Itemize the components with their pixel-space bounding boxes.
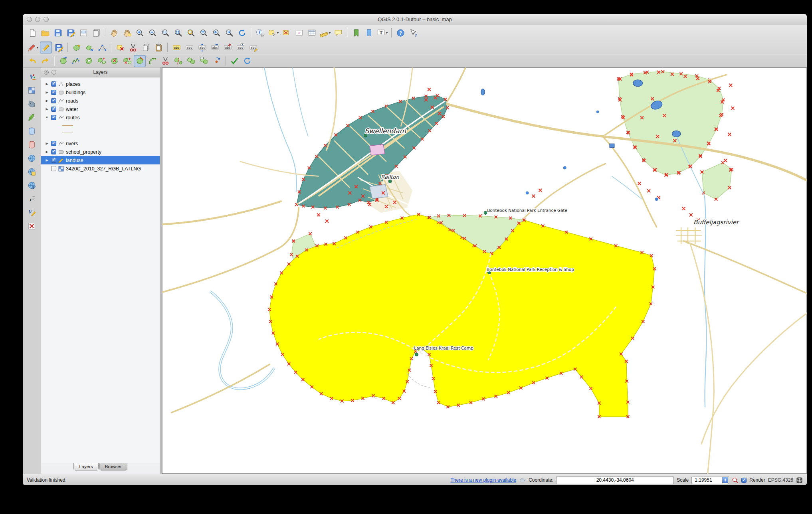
- add-oracle-layer-button[interactable]: [26, 138, 38, 150]
- refresh-button[interactable]: [236, 27, 248, 39]
- panel-close-button[interactable]: ✕: [44, 70, 49, 75]
- label-properties-button[interactable]: [183, 42, 195, 53]
- render-checkbox[interactable]: [741, 478, 747, 483]
- cut-features-button[interactable]: [127, 42, 139, 53]
- reshape-features-button[interactable]: [134, 55, 146, 67]
- plugin-icon[interactable]: [519, 477, 526, 484]
- rotate-label-button[interactable]: [209, 42, 221, 53]
- split-parts-button[interactable]: [172, 55, 184, 67]
- add-wfs-layer-button[interactable]: [26, 179, 38, 191]
- copy-features-button[interactable]: [140, 42, 152, 53]
- new-project-button[interactable]: [26, 27, 38, 39]
- layer-visibility-checkbox[interactable]: [51, 115, 56, 120]
- composer-manager-button[interactable]: [90, 27, 102, 39]
- expand-arrow-icon[interactable]: ▶: [45, 107, 49, 111]
- help-contents-button[interactable]: [394, 27, 406, 39]
- add-part-button[interactable]: [95, 55, 107, 67]
- toggle-editing-button[interactable]: [40, 42, 52, 53]
- add-vector-layer-button[interactable]: [26, 71, 38, 83]
- add-wcs-layer-button[interactable]: [26, 166, 38, 178]
- layer-row-school-property[interactable]: ▶ school_property: [41, 148, 160, 156]
- delete-part-button[interactable]: [121, 55, 133, 67]
- window-close-button[interactable]: [27, 17, 32, 22]
- zoom-to-layer-button[interactable]: [198, 27, 210, 39]
- add-spatialite-layer-button[interactable]: [26, 111, 38, 123]
- deselect-all-button[interactable]: [280, 27, 292, 39]
- labeling-button[interactable]: [170, 42, 182, 53]
- plugin-link[interactable]: There is a new plugin available: [450, 477, 516, 483]
- move-feature-button[interactable]: [83, 42, 95, 53]
- layer-row-raster[interactable]: 3420C_2010_327_RGB_LATLNG: [41, 164, 160, 173]
- add-wms-layer-button[interactable]: [26, 152, 38, 164]
- redo-button[interactable]: [39, 55, 51, 67]
- check-geometries-button[interactable]: [228, 55, 240, 67]
- layer-visibility-checkbox[interactable]: [51, 90, 56, 95]
- save-layer-edits-button[interactable]: [53, 42, 65, 53]
- layer-row-roads[interactable]: ▶ roads: [41, 97, 160, 105]
- merge-features-button[interactable]: [185, 55, 197, 67]
- split-features-button[interactable]: [159, 55, 171, 67]
- save-project-as-button[interactable]: [65, 27, 77, 39]
- open-attribute-table-button[interactable]: [306, 27, 318, 39]
- layer-visibility-checkbox[interactable]: [51, 149, 56, 154]
- offset-curve-button[interactable]: [147, 55, 158, 67]
- layer-visibility-checkbox[interactable]: [51, 141, 56, 146]
- route-symbol-row[interactable]: [41, 128, 160, 135]
- route-symbol-row[interactable]: [41, 122, 160, 128]
- layer-row-places[interactable]: ▶ places: [41, 80, 160, 88]
- save-project-button[interactable]: [52, 27, 64, 39]
- zoom-actual-button[interactable]: [159, 27, 171, 39]
- collapse-arrow-icon[interactable]: ▼: [45, 116, 49, 119]
- delete-ring-button[interactable]: [108, 55, 120, 67]
- move-label-button[interactable]: [196, 42, 208, 53]
- layer-row-buildings[interactable]: ▶ buildings: [41, 88, 160, 97]
- reload-edits-button[interactable]: [241, 55, 253, 67]
- map-canvas[interactable]: Swellendam Railton Bontebok National Par…: [162, 67, 807, 474]
- combo-arrows-icon[interactable]: ▲▼: [722, 477, 728, 483]
- add-feature-button[interactable]: [71, 42, 83, 53]
- expand-arrow-icon[interactable]: ▶: [45, 99, 49, 103]
- remove-layer-button[interactable]: [26, 220, 38, 232]
- rotate-point-symbols-button[interactable]: [210, 55, 222, 67]
- add-delimited-text-layer-button[interactable]: [26, 193, 38, 205]
- landuse-polygon[interactable]: [269, 214, 654, 417]
- layer-visibility-checkbox[interactable]: [51, 98, 56, 103]
- map-tips-button[interactable]: [332, 27, 344, 39]
- show-bookmarks-button[interactable]: [363, 27, 375, 39]
- titlebar[interactable]: QGIS 2.0.1-Dufour – basic_map: [23, 14, 807, 25]
- layer-row-landuse[interactable]: ▶ landuse: [41, 156, 160, 164]
- simplify-feature-button[interactable]: [70, 55, 82, 67]
- zoom-in-button[interactable]: [134, 27, 146, 39]
- zoom-last-button[interactable]: [210, 27, 222, 39]
- panel-float-button[interactable]: ◦: [51, 70, 56, 75]
- rotate-features-button[interactable]: [57, 55, 69, 67]
- expand-arrow-icon[interactable]: ▶: [45, 142, 49, 145]
- zoom-full-button[interactable]: [172, 27, 184, 39]
- whats-this-button[interactable]: [407, 27, 419, 39]
- undo-button[interactable]: [26, 55, 38, 67]
- paste-features-button[interactable]: [152, 42, 164, 53]
- window-minimize-button[interactable]: [35, 17, 40, 22]
- new-bookmark-button[interactable]: [350, 27, 362, 39]
- change-label-button[interactable]: [247, 42, 259, 53]
- new-print-composer-button[interactable]: [77, 27, 89, 39]
- select-by-expression-button[interactable]: [293, 27, 305, 39]
- add-raster-layer-button[interactable]: [26, 84, 38, 96]
- scale-combo[interactable]: 1:19951 ▲▼: [691, 476, 729, 484]
- current-edits-button[interactable]: ▾: [26, 42, 39, 53]
- add-mssql-layer-button[interactable]: [26, 125, 38, 137]
- identify-features-button[interactable]: [254, 27, 266, 39]
- measure-button[interactable]: ▾: [319, 27, 331, 39]
- node-tool-button[interactable]: [96, 42, 108, 53]
- zoom-to-selection-button[interactable]: [185, 27, 197, 39]
- pin-labels-button[interactable]: [222, 42, 234, 53]
- layer-visibility-checkbox[interactable]: [51, 81, 56, 87]
- scale-magnifier-icon[interactable]: [732, 477, 739, 484]
- delete-selected-button[interactable]: [114, 42, 126, 53]
- pan-map-button[interactable]: [108, 27, 120, 39]
- expand-arrow-icon[interactable]: ▶: [45, 82, 49, 86]
- layer-row-rivers[interactable]: ▶ rivers: [41, 139, 160, 148]
- window-zoom-button[interactable]: [44, 17, 49, 22]
- merge-attributes-button[interactable]: [198, 55, 210, 67]
- select-features-button[interactable]: ▾: [267, 27, 279, 39]
